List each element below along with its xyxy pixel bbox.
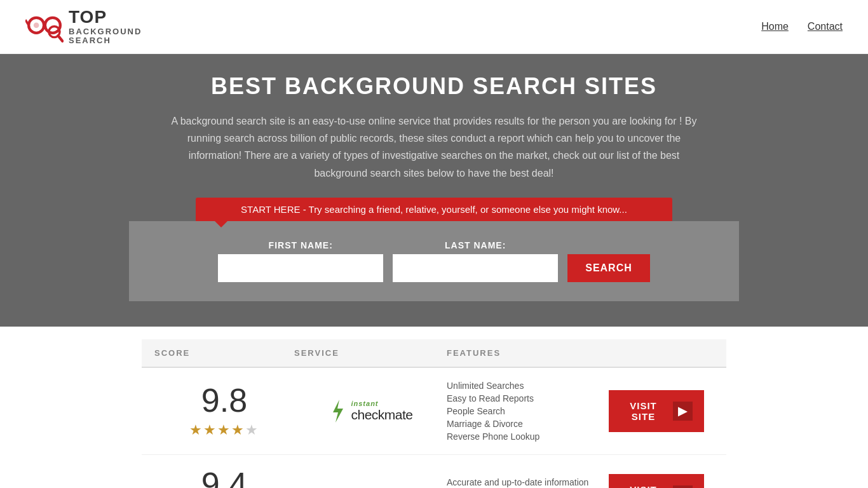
visit-col-1: VISIT SITE ▶ [599,390,714,432]
first-name-group: FIRST NAME: [218,240,383,282]
feature-item: Marriage & Divorce [447,419,599,429]
visit-site-button-1[interactable]: VISIT SITE ▶ [609,390,704,432]
svg-point-1 [45,18,60,33]
feature-item: People Search [447,406,599,416]
features-block-2: Accurate and up-to-date information Unli… [447,477,599,488]
last-name-label: LAST NAME: [393,240,558,250]
nav-contact[interactable]: Contact [808,21,843,32]
results-section: SCORE SERVICE FEATURES 9.8 ★★★★★ instant… [129,339,739,488]
score-block-1: 9.8 ★★★★★ [154,384,294,438]
visit-site-button-2[interactable]: VISIT SITE ▶ [609,474,704,488]
hero-title: BEST BACKGROUND SEARCH SITES [13,73,855,100]
main-nav: Home Contact [761,21,843,32]
features-block-1: Unlimited Searches Easy to Read Reports … [447,381,599,442]
logo-icon [25,9,64,44]
service-logo-2: PeopleLooker [294,485,447,488]
search-form: FIRST NAME: LAST NAME: SEARCH [142,240,726,282]
hero-description: A background search site is an easy-to-u… [161,112,707,182]
table-row: 9.4 ★★★★★ PeopleLooker Accurate and up-t… [142,455,726,488]
search-callout: START HERE - Try searching a friend, rel… [196,198,672,221]
first-name-label: FIRST NAME: [218,240,383,250]
logo: TOP BACKGROUNDSEARCH [25,8,142,45]
feature-item: Unlimited Searches [447,381,599,391]
site-header: TOP BACKGROUNDSEARCH Home Contact [0,0,868,54]
logo-top-text: TOP [69,8,142,27]
col-action-label [599,348,714,358]
logo-text: TOP BACKGROUNDSEARCH [69,8,142,45]
feature-item: Accurate and up-to-date information [447,477,599,487]
visit-col-2: VISIT SITE ▶ [599,474,714,488]
svg-line-3 [25,20,29,26]
table-header: SCORE SERVICE FEATURES [142,339,726,368]
checkmate-text: checkmate [351,407,412,422]
score-number-1: 9.8 [154,384,294,417]
arrow-icon: ▶ [673,485,693,488]
checkmate-icon [328,400,347,423]
stars-1: ★★★★★ [154,422,294,438]
search-button[interactable]: SEARCH [567,254,650,282]
first-name-input[interactable] [218,254,383,282]
search-form-wrapper: FIRST NAME: LAST NAME: SEARCH [129,221,739,301]
peoplelooker-logo: PeopleLooker [311,485,429,488]
feature-item: Easy to Read Reports [447,393,599,403]
score-block-2: 9.4 ★★★★★ [154,468,294,488]
table-row: 9.8 ★★★★★ instant checkmate Unlimited Se… [142,368,726,455]
col-service-label: SERVICE [294,348,447,358]
last-name-group: LAST NAME: [393,240,558,282]
arrow-icon: ▶ [673,402,693,421]
instant-text: instant [351,400,412,407]
svg-marker-7 [333,400,343,423]
logo-bottom-text: BACKGROUNDSEARCH [69,27,142,46]
score-number-2: 9.4 [154,468,294,488]
nav-home[interactable]: Home [761,21,789,32]
col-features-label: FEATURES [447,348,599,358]
col-score-label: SCORE [154,348,294,358]
last-name-input[interactable] [393,254,558,282]
svg-point-6 [34,23,39,29]
hero-section: BEST BACKGROUND SEARCH SITES A backgroun… [0,54,868,327]
service-logo-1: instant checkmate [294,400,447,423]
svg-line-5 [58,36,62,42]
feature-item: Reverse Phone Lookup [447,431,599,442]
